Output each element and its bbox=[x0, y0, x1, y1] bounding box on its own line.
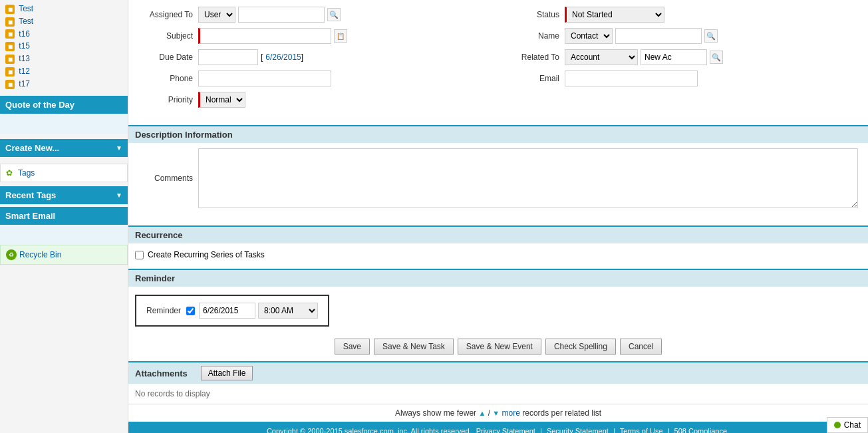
reminder-container: Reminder 8:00 AM bbox=[128, 289, 868, 332]
phone-input[interactable] bbox=[198, 71, 331, 86]
reminder-date-input[interactable] bbox=[199, 303, 255, 319]
attach-file-button[interactable]: Attach File bbox=[201, 366, 253, 380]
folder-icon-4: ◼ bbox=[5, 42, 15, 51]
name-label: Name bbox=[505, 31, 565, 41]
save-button[interactable]: Save bbox=[335, 339, 370, 355]
comments-label: Comments bbox=[138, 174, 198, 183]
sidebar-link-test1[interactable]: ◼ Test bbox=[5, 3, 122, 15]
priority-row: Priority Normal bbox=[138, 92, 858, 108]
email-input[interactable] bbox=[565, 71, 698, 86]
smart-email-section[interactable]: Smart Email bbox=[0, 207, 128, 225]
status-select[interactable]: Not Started bbox=[565, 7, 664, 23]
comments-field bbox=[198, 148, 858, 208]
folder-icon-6: ◼ bbox=[5, 67, 15, 76]
save-new-task-button[interactable]: Save & New Task bbox=[374, 339, 454, 355]
description-section-header: Description Information bbox=[128, 125, 868, 143]
terms-link[interactable]: Terms of Use bbox=[620, 427, 663, 433]
quote-content bbox=[0, 114, 128, 134]
reminder-section-header: Reminder bbox=[128, 269, 868, 287]
subject-search-button[interactable]: 📋 bbox=[334, 29, 347, 43]
assigned-to-col: Assigned To User 🔍 bbox=[138, 7, 492, 28]
chat-status-icon bbox=[834, 422, 841, 428]
cancel-button[interactable]: Cancel bbox=[620, 339, 662, 355]
description-area: Comments bbox=[128, 146, 868, 220]
related-to-search-button[interactable]: 🔍 bbox=[710, 51, 723, 64]
name-col: Name Contact 🔍 bbox=[505, 28, 858, 49]
name-search-button[interactable]: 🔍 bbox=[704, 29, 718, 43]
privacy-link[interactable]: Privacy Statement bbox=[476, 427, 535, 433]
recurrence-row: Create Recurring Series of Tasks bbox=[128, 246, 868, 263]
duedate-col: Due Date [ 6/26/2015 ] bbox=[138, 49, 492, 71]
sidebar-link-t15[interactable]: ◼ t15 bbox=[5, 40, 122, 53]
tag-icon: ✿ bbox=[6, 168, 15, 178]
phone-label: Phone bbox=[138, 74, 198, 83]
sidebar-links: ◼ Test ◼ Test ◼ t16 ◼ t15 ◼ t13 ◼ t12 ◼ … bbox=[0, 0, 128, 93]
recurrence-label: Create Recurring Series of Tasks bbox=[148, 250, 265, 259]
subject-col: Subject 📋 bbox=[138, 28, 492, 49]
folder-icon-3: ◼ bbox=[5, 29, 15, 39]
sidebar-link-t13[interactable]: ◼ t13 bbox=[5, 53, 122, 65]
row-subject-name: Subject 📋 Name Contact 🔍 bbox=[138, 28, 858, 49]
up-arrow-icon[interactable]: ▲ bbox=[478, 409, 486, 417]
reminder-inner-label: Reminder bbox=[146, 306, 181, 315]
due-date-input[interactable] bbox=[198, 49, 258, 65]
row-duedate-related: Due Date [ 6/26/2015 ] Related To Accoun… bbox=[138, 49, 858, 71]
assigned-to-label: Assigned To bbox=[138, 10, 198, 19]
related-to-select[interactable]: Account bbox=[565, 49, 638, 65]
sidebar: ◼ Test ◼ Test ◼ t16 ◼ t15 ◼ t13 ◼ t12 ◼ … bbox=[0, 0, 128, 433]
down-arrow-icon[interactable]: ▼ bbox=[492, 409, 500, 417]
check-spelling-button[interactable]: Check Spelling bbox=[545, 339, 616, 355]
phone-col: Phone bbox=[138, 71, 492, 92]
subject-row: Subject 📋 bbox=[138, 28, 492, 44]
always-show-row: Always show me fewer ▲ / ▼ more records … bbox=[128, 404, 868, 422]
recent-tags-section[interactable]: Recent Tags ▼ bbox=[0, 186, 128, 204]
main-content: Assigned To User 🔍 Status Not St bbox=[128, 0, 868, 433]
recycle-icon: ♻ bbox=[6, 249, 17, 260]
form-area: Assigned To User 🔍 Status Not St bbox=[128, 0, 868, 120]
reminder-box: Reminder 8:00 AM bbox=[135, 295, 329, 327]
create-new-section[interactable]: Create New... ▼ bbox=[0, 139, 128, 157]
chat-button[interactable]: Chat bbox=[827, 417, 868, 433]
assigned-to-select[interactable]: User bbox=[198, 7, 235, 23]
duedate-row: Due Date [ 6/26/2015 ] bbox=[138, 49, 492, 65]
save-new-event-button[interactable]: Save & New Event bbox=[458, 339, 541, 355]
compliance-link[interactable]: 508 Compliance bbox=[674, 427, 728, 433]
name-input[interactable] bbox=[615, 28, 702, 44]
comments-row: Comments bbox=[138, 148, 858, 208]
assigned-to-row: Assigned To User 🔍 bbox=[138, 7, 492, 23]
email-row: Email bbox=[505, 71, 858, 86]
quote-of-the-day-section[interactable]: Quote of the Day bbox=[0, 96, 128, 114]
comments-textarea[interactable] bbox=[198, 148, 858, 208]
more-link[interactable]: more bbox=[502, 408, 520, 418]
page-footer: Copyright © 2000-2015 salesforce.com, in… bbox=[128, 422, 868, 433]
sidebar-link-t17[interactable]: ◼ t17 bbox=[5, 78, 122, 90]
reminder-time-select[interactable]: 8:00 AM bbox=[258, 303, 318, 319]
sidebar-link-t16[interactable]: ◼ t16 bbox=[5, 28, 122, 41]
subject-input[interactable] bbox=[198, 28, 331, 44]
related-to-input[interactable] bbox=[641, 49, 707, 65]
attachments-section-header: Attachments Attach File bbox=[128, 361, 868, 384]
related-to-row: Related To Account 🔍 bbox=[505, 49, 858, 65]
priority-select[interactable]: Normal bbox=[198, 92, 245, 108]
priority-field: Normal bbox=[198, 92, 858, 108]
sidebar-link-t12[interactable]: ◼ t12 bbox=[5, 65, 122, 78]
due-date-label: Due Date bbox=[138, 53, 198, 62]
recycle-bin-item[interactable]: ♻ Recycle Bin bbox=[0, 245, 128, 265]
name-select[interactable]: Contact bbox=[565, 28, 613, 44]
due-date-field: [ 6/26/2015 ] bbox=[198, 49, 492, 65]
folder-icon-5: ◼ bbox=[5, 55, 15, 64]
recurrence-checkbox[interactable] bbox=[135, 251, 144, 259]
security-link[interactable]: Security Statement bbox=[547, 427, 609, 433]
related-to-col: Related To Account 🔍 bbox=[505, 49, 858, 71]
folder-icon-7: ◼ bbox=[5, 80, 15, 89]
phone-field bbox=[198, 71, 492, 86]
assigned-to-input[interactable] bbox=[238, 7, 325, 23]
name-row: Name Contact 🔍 bbox=[505, 28, 858, 44]
reminder-checkbox[interactable] bbox=[186, 307, 195, 315]
sidebar-link-test2[interactable]: ◼ Test bbox=[5, 15, 122, 28]
assigned-to-search-button[interactable]: 🔍 bbox=[327, 8, 341, 21]
row-assigned-status: Assigned To User 🔍 Status Not St bbox=[138, 7, 858, 28]
due-date-link[interactable]: 6/26/2015 bbox=[265, 53, 301, 62]
status-col: Status Not Started bbox=[505, 7, 858, 28]
tags-link[interactable]: ✿ Tags bbox=[0, 164, 128, 182]
